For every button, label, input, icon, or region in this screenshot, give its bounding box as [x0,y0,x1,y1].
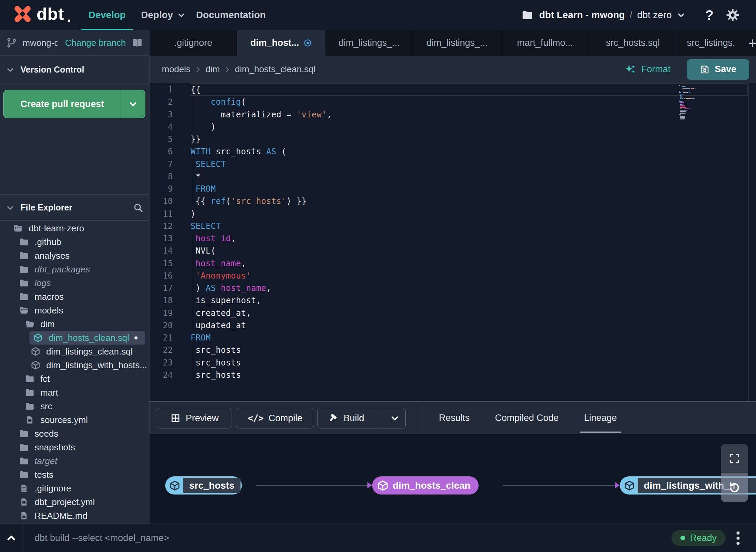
compile-button[interactable]: </> Compile [236,408,314,428]
lineage-node-dim-hosts-clean[interactable]: dim_hosts_clean [372,476,479,495]
editor-tab[interactable]: mart_fullmo... [501,30,589,56]
chevron-down-icon [177,10,186,20]
format-button[interactable]: Format [625,64,670,75]
reset-view-icon[interactable] [721,473,748,502]
file-tree-item[interactable]: dim_listings_clean.sql [0,345,149,358]
code-line[interactable]: 8 * [149,170,756,183]
help-icon[interactable]: ? [705,8,714,23]
code-line[interactable]: 19 created_at, [149,307,756,319]
file-tree-label: dim [40,319,55,330]
editor-tab[interactable]: .gitignore [149,30,237,56]
file-tree-item[interactable]: README.md [0,509,149,523]
code-line[interactable]: 3 materialized = 'view', [149,108,756,121]
fullscreen-icon[interactable] [721,444,748,473]
code-area[interactable]: 1{{2 config(3 materialized = 'view',4 )5… [149,84,756,381]
code-line[interactable]: 18 is_superhost, [149,294,756,307]
code-line[interactable]: 22 src_hosts [149,344,756,356]
code-line[interactable]: 14 NVL( [149,245,756,257]
code-line[interactable]: 23 src_hosts [149,357,756,369]
docs-book-icon[interactable] [131,37,143,49]
lineage-node-src-hosts[interactable]: src_hosts [165,476,242,495]
editor-tab[interactable]: dim_host... [237,30,325,56]
panel-tab-lineage[interactable]: Lineage [581,402,620,434]
file-tree-item[interactable]: .gitignore [0,482,149,495]
change-branch-link[interactable]: Change branch [65,38,126,48]
code-line[interactable]: 15 host_name, [149,257,756,270]
file-tree-item[interactable]: dim_listings_with_hosts... [0,358,149,372]
file-tree-item[interactable]: dbt-learn-zero [0,221,149,235]
file-tree-item[interactable]: target [0,454,149,468]
code-line[interactable]: 20 updated_at [149,319,756,332]
file-tree-item[interactable]: macros [0,290,149,304]
code-line[interactable]: 17 ) AS host_name, [149,282,756,294]
breadcrumb-item[interactable]: dim_hosts_clean.sql [235,64,316,75]
panel-tab-results[interactable]: Results [436,402,472,434]
lineage-graph[interactable]: src_hosts dim_hosts_clean dim_listings_w… [149,434,756,524]
code-line[interactable]: 4 ) [149,121,756,133]
code-editor[interactable]: 1{{2 config(3 materialized = 'view',4 )5… [149,83,756,401]
save-button[interactable]: Save [687,59,749,80]
file-tree-item[interactable]: seeds [0,427,149,440]
preview-button[interactable]: Preview [157,408,232,428]
code-line[interactable]: 16 'Anonymous' [149,270,756,282]
code-line[interactable]: 10 {{ ref('src_hosts') }} [149,195,756,207]
project-name[interactable]: dbt Learn - mwong [539,10,625,21]
nav-item-deploy[interactable]: Deploy [136,0,191,30]
version-control-header[interactable]: Version Control [0,56,149,84]
code-line[interactable]: 13 host_id, [149,232,756,245]
file-tree-item[interactable]: dbt_packages [0,262,149,276]
file-explorer-header[interactable]: File Explorer [0,194,149,221]
branch-name: mwong-d... [23,38,57,48]
code-line[interactable]: 11) [149,208,756,220]
line-number: 9 [149,184,186,194]
file-tree-item[interactable]: mart [0,386,149,399]
search-icon[interactable] [133,202,144,213]
file-tree-item[interactable]: dim_hosts_clean.sql [29,331,145,345]
code-line[interactable]: 7 SELECT [149,158,756,170]
code-line[interactable]: 21FROM [149,332,756,344]
code-line[interactable]: 24 src_hosts [149,369,756,381]
file-tree-item[interactable]: models [0,304,149,317]
nav-item-develop[interactable]: Develop [81,0,133,30]
code-line[interactable]: 5}} [149,133,756,145]
file-tree-item[interactable]: dim [0,317,149,331]
kebab-menu-icon[interactable] [735,530,741,546]
editor-tab[interactable]: src_listings. [677,30,745,56]
file-tree-item[interactable]: tests [0,468,149,482]
editor-tab[interactable]: dim_listings_... [413,30,501,56]
breadcrumb-item[interactable]: dim [206,64,220,75]
code-line[interactable]: 12SELECT [149,220,756,232]
code-line[interactable]: 6WITH src_hosts AS ( [149,145,756,158]
file-tree-item[interactable]: src [0,399,149,413]
project-switcher-chevron-down-icon[interactable] [676,10,686,20]
new-tab-button[interactable]: + [745,30,756,56]
code-line[interactable]: 1{{ [149,84,756,96]
editor-tab[interactable]: dim_listings_... [325,30,413,56]
editor-scrollbar[interactable] [748,83,749,401]
code-icon: </> [248,413,264,423]
file-tree-item[interactable]: snapshots [0,440,149,454]
chevron-up-icon[interactable] [0,532,23,544]
file-tree-item[interactable]: logs [0,276,149,290]
file-tree-item[interactable]: analyses [0,249,149,262]
code-line[interactable]: 9 FROM [149,183,756,195]
nav-item-documentation[interactable]: Documentation [195,0,267,30]
build-options-chevron-down-icon[interactable] [384,413,405,423]
panel-tab-compiled-code[interactable]: Compiled Code [492,402,561,434]
file-tree-item[interactable]: .github [0,235,149,249]
file-tree-item[interactable]: fct [0,372,149,386]
environment-name[interactable]: dbt zero [637,10,672,21]
create-pull-request-button[interactable]: Create pull request [3,90,145,118]
settings-gear-icon[interactable] [726,8,740,22]
editor-minimap[interactable] [679,85,700,120]
code-text: NVL( [186,246,216,256]
editor-tab[interactable]: src_hosts.sql [589,30,677,56]
file-tree-item[interactable]: dbt_project.yml [0,495,149,509]
dbt-logo[interactable]: dbt [12,3,70,25]
pr-options-chevron-down-icon[interactable] [121,99,145,109]
code-line[interactable]: 2 config( [149,96,756,108]
breadcrumb-item[interactable]: models [162,64,191,75]
file-tree-item[interactable]: sources.yml [0,413,149,427]
command-input-hint[interactable]: dbt build --select <model_name> [35,533,169,543]
build-button[interactable]: Build [317,408,406,428]
